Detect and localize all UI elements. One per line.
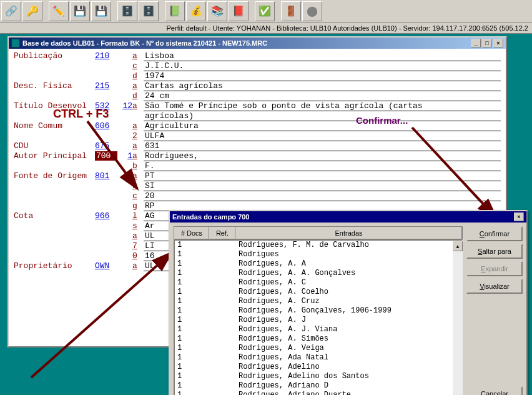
tb-money-icon[interactable]: 💰 — [186, 1, 206, 21]
field-tag-link[interactable]: 215 — [95, 81, 117, 91]
col-ref-header[interactable]: Ref. — [209, 227, 235, 239]
subfield-code[interactable]: c — [132, 61, 144, 71]
field-row: 2ULFA — [14, 131, 501, 141]
field-tag-link[interactable]: 606 — [95, 121, 117, 131]
field-value[interactable]: ULFA — [144, 131, 501, 141]
list-item[interactable]: 1Rodrigues, A. A. Gonçalves — [175, 269, 461, 278]
list-scrollbar[interactable]: ▲ ▼ — [453, 241, 463, 395]
field-tag-link[interactable]: 700 — [95, 151, 117, 161]
tb-server2-icon[interactable]: 🗄️ — [139, 1, 159, 21]
field-value[interactable]: Lisboa — [144, 51, 501, 61]
list-item[interactable]: 1Rodrigues, Adriano Duarte — [175, 391, 461, 395]
field-row: Desc. Física215aCartas agrícolas — [14, 81, 501, 91]
expandir-button[interactable]: Expandir — [466, 261, 523, 276]
tb-exit-icon[interactable]: 🚪 — [281, 1, 301, 21]
field-value[interactable]: 631 — [144, 141, 501, 151]
field-value[interactable]: PT — [144, 171, 501, 181]
list-item[interactable]: 1Rodrigues, A. C — [175, 278, 461, 288]
field-tag-link[interactable]: 801 — [95, 171, 117, 181]
tb-book-green-icon[interactable]: 📗 — [165, 1, 185, 21]
list-item[interactable]: 1Rodrigues, A. Coelho — [175, 288, 461, 297]
subfield-code[interactable]: 0 — [132, 251, 144, 261]
subfield-code[interactable]: a — [132, 151, 144, 161]
subfield-code[interactable]: 2 — [132, 131, 144, 141]
list-item[interactable]: 1Rodrigues, A. Gonçalves, 1906-1999 — [175, 306, 461, 316]
subfield-code[interactable]: l — [132, 211, 144, 221]
tb-save-icon[interactable]: 💾 — [70, 1, 90, 21]
list-item[interactable]: 1Rodrigues, Adriano D — [175, 381, 461, 391]
tb-book-red-icon[interactable]: 📕 — [229, 1, 249, 21]
tb-stop-icon[interactable]: ⬤ — [302, 1, 322, 21]
field-tag-link[interactable]: 966 — [95, 211, 117, 221]
field-value[interactable]: 1974 — [144, 71, 501, 81]
subfield-code[interactable]: a — [132, 171, 144, 181]
field-tag-link[interactable]: OWN — [95, 261, 117, 271]
list-item[interactable]: 1Rodrigues — [175, 250, 461, 259]
subfield-code[interactable]: d — [132, 71, 144, 81]
list-item[interactable]: 1Rodrigues, Adelino dos Santos — [175, 372, 461, 381]
subfield-code[interactable]: a — [132, 51, 144, 61]
subfield-code[interactable]: b — [132, 161, 144, 171]
field-value[interactable]: J.I.C.U. — [144, 61, 501, 71]
subfield-code[interactable]: a — [132, 101, 144, 111]
tb-link-icon[interactable]: 🔗 — [1, 1, 21, 21]
subfield-code[interactable]: b — [132, 181, 144, 191]
field-row: Nome Comum606aAgricultura — [14, 121, 501, 131]
subfield-code[interactable]: d — [132, 91, 144, 101]
field-value[interactable]: Rodriguees, — [144, 151, 501, 161]
list-item[interactable]: 1Rodrigues, A. J. Viana — [175, 325, 461, 334]
tb-save-next-icon[interactable]: 💾 — [91, 1, 111, 21]
saltar-button[interactable]: Saltar para — [466, 244, 523, 259]
field-value[interactable]: Cartas agrícolas — [144, 81, 501, 91]
field-value[interactable]: São Tomé e Príncipe sob o ponto de vista… — [144, 101, 501, 111]
tb-books-icon[interactable]: 📚 — [207, 1, 227, 21]
field-tag-link[interactable]: 210 — [95, 51, 117, 61]
list-item[interactable]: 1Rodrigues, Ada Natal — [175, 353, 461, 362]
subfield-code[interactable]: c — [132, 191, 144, 201]
subfield-code[interactable]: a — [132, 81, 144, 91]
minimize-button[interactable]: _ — [471, 39, 481, 48]
tb-server1-icon[interactable]: 🗄️ — [117, 1, 137, 21]
field-label: Autor Principal — [14, 151, 95, 161]
subfield-code[interactable]: a — [132, 231, 144, 241]
subfield-code[interactable]: a — [132, 121, 144, 131]
col-entries-header[interactable]: Entradas — [235, 227, 462, 239]
dialog-close-button[interactable]: × — [514, 212, 524, 221]
field-value[interactable]: Agricultura — [144, 121, 501, 131]
docs-cell: 1 — [177, 316, 212, 325]
list-item[interactable]: 1Rodrigues, A. A — [175, 259, 461, 269]
tb-edit-icon[interactable]: ✏️ — [49, 1, 69, 21]
close-button[interactable]: × — [493, 39, 503, 48]
confirmar-button[interactable]: Confirmar — [466, 226, 523, 241]
list-item[interactable]: 1Rodrigues, A. Cruz — [175, 297, 461, 306]
field-value[interactable]: 20 — [144, 191, 501, 201]
subfield-code[interactable]: a — [132, 141, 144, 151]
field-value[interactable]: SI — [144, 181, 501, 191]
subfield-code[interactable]: a — [132, 261, 144, 271]
ref-cell — [212, 372, 239, 381]
field-value[interactable]: F. — [144, 161, 501, 171]
field-value[interactable]: agrícolas) — [144, 111, 501, 121]
tb-key-icon[interactable]: 🔑 — [22, 1, 42, 21]
list-item[interactable]: 1Rodrigues, Adelino — [175, 362, 461, 372]
record-title: Base de dados ULB01 - Formato BK - Nº do… — [22, 39, 470, 47]
field-tag-link[interactable]: 675 — [95, 141, 117, 151]
list-item[interactable]: 1Rodrigues, A. J — [175, 316, 461, 325]
field-indicator[interactable]: 12 — [117, 101, 132, 111]
tb-check-icon[interactable]: ✅ — [255, 1, 275, 21]
entries-list[interactable]: 1Rodriguees, F. M. de Carvalho1Rodrigues… — [174, 239, 463, 395]
field-value[interactable]: 24 cm — [144, 91, 501, 101]
field-indicator[interactable]: 1 — [117, 151, 132, 161]
field-indicator[interactable]: 0 — [117, 171, 132, 181]
scroll-up-icon[interactable]: ▲ — [453, 241, 463, 251]
subfield-code[interactable]: g — [132, 201, 144, 211]
col-docs-header[interactable]: # Docs — [174, 227, 209, 239]
list-item[interactable]: 1Rodriguees, F. M. de Carvalho — [175, 241, 461, 250]
cancelar-button[interactable]: Cancelar — [466, 386, 523, 395]
subfield-code[interactable]: s — [132, 221, 144, 231]
maximize-button[interactable]: □ — [482, 39, 492, 48]
visualizar-button[interactable]: Visualizar — [466, 279, 523, 294]
list-item[interactable]: 1Rodrigues, A. Veiga — [175, 344, 461, 353]
list-item[interactable]: 1Rodrigues, A. Simões — [175, 334, 461, 344]
subfield-code[interactable]: 7 — [132, 241, 144, 251]
